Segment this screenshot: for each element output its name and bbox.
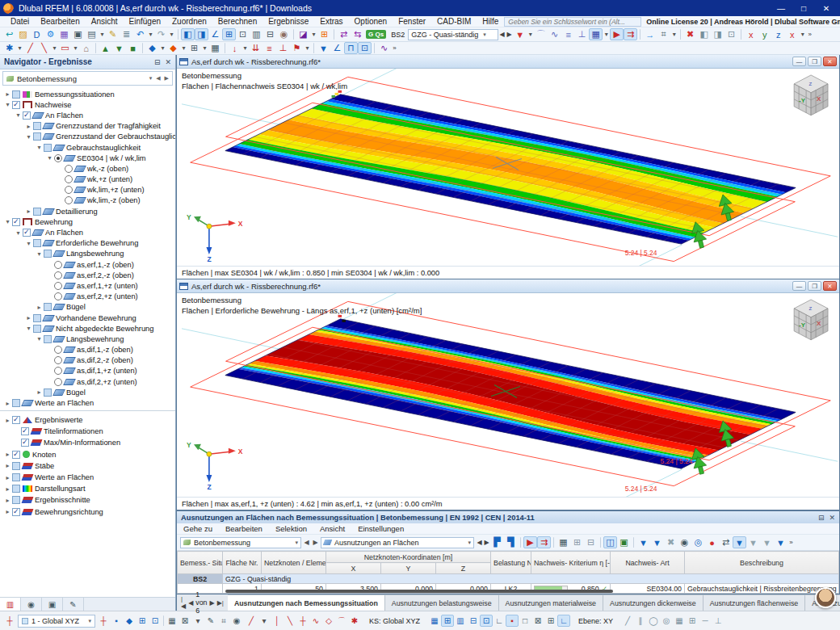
load-caret[interactable]: ▾ [242, 42, 249, 54]
horizontal-scrollbar[interactable] [225, 590, 613, 593]
mesh-caret[interactable]: ▾ [201, 42, 208, 54]
result-rail-icon[interactable]: ⇉ [537, 536, 551, 548]
checkbox-icon[interactable] [33, 132, 41, 141]
result-surface-icon[interactable]: ▦ [589, 28, 603, 40]
panel-menu-item[interactable]: Einstellungen [351, 524, 410, 533]
draw-vline-icon[interactable]: │ [271, 615, 284, 627]
panel-menu-item[interactable]: Bearbeiten [219, 524, 269, 533]
tree-item[interactable]: ▾An Flächen [2, 110, 175, 120]
filter-icon[interactable]: ▼ [636, 536, 650, 548]
chevron-icon[interactable]: ▸ [3, 400, 12, 407]
separator[interactable] [520, 537, 521, 548]
tree-item[interactable]: ▾An Flächen [2, 227, 175, 237]
checkbox-icon[interactable] [12, 101, 20, 109]
filter-view-icon[interactable]: ▼ [317, 42, 330, 54]
checkbox-icon[interactable] [65, 175, 73, 183]
viewport-2-titlebar[interactable]: As,erf durch wk - Rissberechnung.rf6* — … [177, 279, 839, 293]
visibility-icon[interactable]: ⊓ [344, 42, 358, 54]
search-icon[interactable]: ◉ [678, 536, 691, 548]
checkbox-icon[interactable] [12, 416, 20, 424]
checkbox-icon[interactable] [33, 208, 41, 216]
tree-item[interactable]: as,dif,1,-z (oben) [2, 345, 175, 355]
coordinate-system-combobox[interactable]: 1 - Global XYZ▾ [18, 615, 95, 628]
support-forces-icon[interactable]: ⊥ [575, 28, 589, 40]
checkbox-icon[interactable] [12, 485, 20, 493]
table-group-row[interactable]: BS2 GZG - Quasi-ständig [178, 574, 839, 584]
last-table-button[interactable]: ▶| [217, 599, 224, 607]
tree-item[interactable]: as,dif,2,-z (oben) [2, 355, 175, 366]
separator[interactable] [633, 537, 634, 548]
guide-icon[interactable]: ╱ [621, 615, 634, 627]
measure-icon[interactable]: ⌗ [657, 28, 670, 40]
checkbox-icon[interactable] [21, 439, 29, 447]
save-icon[interactable]: ▣ [71, 28, 85, 40]
mesh-settings-icon[interactable]: ▦ [208, 42, 222, 54]
chevron-icon[interactable]: ▾ [24, 325, 33, 332]
panel-menu-item[interactable]: Gehe zu [177, 524, 219, 533]
navigator-panel-icon[interactable]: ◧ [181, 28, 195, 40]
prev-table-icon[interactable]: ◀ [303, 536, 310, 548]
draw-rect-icon[interactable]: ◇ [322, 615, 335, 627]
separator[interactable] [163, 615, 164, 626]
new-line-icon[interactable]: ╱ [23, 42, 37, 54]
new-set-icon[interactable]: ◆ [166, 42, 180, 54]
load-surface-icon[interactable]: ≡ [262, 42, 276, 54]
select-in-model-icon[interactable]: ▛ [490, 536, 504, 548]
tree-item[interactable]: as,erf,2,+z (unten) [2, 292, 175, 302]
menu-item[interactable]: Ergebnisse [262, 17, 314, 26]
new-surface-icon[interactable]: ▭ [58, 42, 72, 54]
chevron-icon[interactable]: ▸ [3, 485, 12, 493]
print-icon[interactable]: ▤ [85, 28, 99, 40]
edit-plane-icon[interactable]: ✎ [204, 615, 217, 627]
tree-item[interactable]: as,erf,1,-z (oben) [2, 259, 175, 270]
draw-arc-icon[interactable]: ⌒ [335, 615, 348, 627]
minimize-button[interactable]: — [771, 2, 792, 15]
separator[interactable] [225, 43, 225, 53]
tree-item[interactable]: ▸Bemessungssituationen [2, 89, 175, 99]
tree-item[interactable]: Max/Min-Informationen [2, 437, 175, 448]
poly-caret[interactable]: ▾ [51, 42, 58, 54]
region2-icon[interactable]: ⊞ [544, 615, 557, 627]
draw-cross-icon[interactable]: ┼ [296, 615, 309, 627]
checkbox-icon[interactable] [65, 165, 73, 173]
checkbox-icon[interactable] [23, 111, 31, 120]
chevron-icon[interactable]: ▾ [3, 218, 12, 225]
chevron-icon[interactable]: ▾ [14, 229, 23, 237]
menu-item[interactable]: Optionen [349, 17, 393, 26]
filter-active-icon[interactable]: ▼ [733, 536, 746, 548]
line-caret[interactable]: ▾ [258, 615, 271, 627]
print-caret[interactable]: ▾ [99, 28, 106, 40]
tree-item[interactable]: as,dif,1,+z (unten) [2, 366, 175, 376]
col-header-flaeche[interactable]: Fläche Nr. [223, 552, 262, 574]
separator[interactable] [553, 537, 554, 548]
open-icon[interactable]: ▨ [16, 28, 30, 40]
table-tab[interactable]: Ausnutzungen dickenweise [603, 594, 704, 611]
chevron-icon[interactable]: ▸ [35, 388, 44, 396]
tree-item[interactable]: wk,lim,-z (oben) [2, 195, 175, 206]
col-header-belastung[interactable]: Belastung Nr. [491, 552, 531, 574]
tree-item[interactable]: as,erf,2,-z (oben) [2, 270, 175, 280]
preview-icon[interactable]: ⊡ [236, 28, 250, 40]
mesh-gen-icon[interactable]: ⊡ [480, 615, 493, 627]
chevron-icon[interactable]: ▾ [24, 240, 33, 247]
overflow-icon[interactable]: » [788, 536, 795, 548]
checkbox-icon[interactable] [33, 122, 41, 130]
chevron-down-icon[interactable]: ▾ [149, 75, 153, 82]
tree-item[interactable]: wk,lim,+z (unten) [2, 185, 175, 195]
prev-icon[interactable]: ◀ [156, 75, 160, 82]
tree-item[interactable]: ▸Ergebnisschnitte [2, 494, 175, 506]
overflow-icon[interactable]: » [806, 28, 813, 40]
export-down-icon[interactable]: ⊟ [584, 536, 598, 548]
col-header-y[interactable]: Y [381, 563, 436, 574]
col-header-x[interactable]: X [326, 563, 381, 574]
table-view-icon[interactable]: ▦ [556, 536, 570, 548]
separator[interactable] [293, 29, 294, 40]
next-table-button[interactable]: ▶ [210, 599, 215, 607]
menu-item[interactable]: Hilfe [477, 17, 504, 26]
checkbox-icon[interactable] [54, 367, 62, 375]
draw-line-icon[interactable]: ╱ [245, 615, 258, 627]
support-line-icon[interactable]: ▼ [112, 42, 126, 54]
table-type-combobox[interactable]: Ausnutzungen an Flächen▾ [321, 537, 474, 548]
dlubal-connect-icon[interactable]: D [30, 28, 44, 40]
checkbox-icon[interactable] [12, 508, 20, 516]
